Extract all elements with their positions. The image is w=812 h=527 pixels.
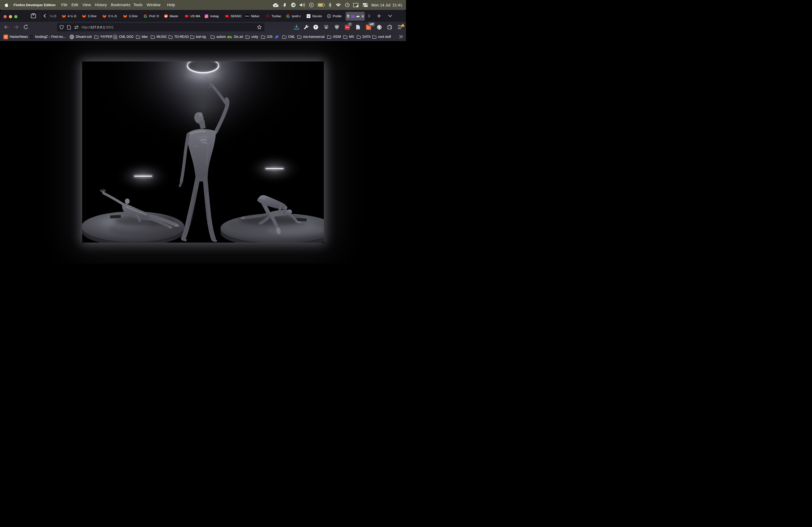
- svg-text:RS: RS: [367, 27, 370, 29]
- svg-text:dis: dis: [227, 35, 232, 39]
- svg-text:HSLU: HSLU: [245, 15, 249, 17]
- svg-text:uO: uO: [335, 26, 338, 28]
- svg-text:10 10: 10 10: [267, 16, 269, 17]
- svg-text:Y: Y: [5, 35, 7, 39]
- svg-text:W: W: [307, 15, 310, 17]
- svg-text:Y: Y: [315, 26, 317, 29]
